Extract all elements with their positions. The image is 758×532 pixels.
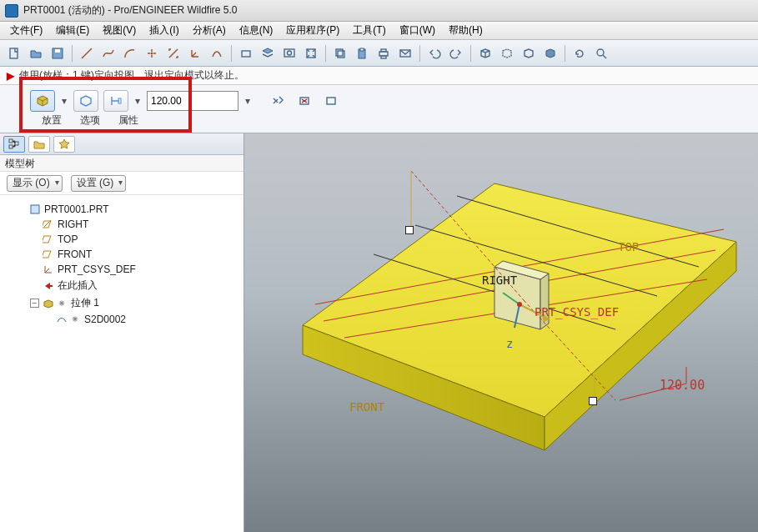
model-tree[interactable]: PRT0001.PRT RIGHT TOP FRONT PRT_CSYS_DEF…: [0, 195, 243, 532]
svg-rect-0: [10, 48, 18, 58]
dashboard-tab-option[interactable]: 选项: [80, 113, 100, 128]
tree-root[interactable]: PRT0001.PRT: [17, 202, 240, 217]
svg-rect-17: [118, 98, 121, 103]
point-icon[interactable]: [143, 44, 161, 63]
csys-icon[interactable]: [186, 44, 204, 63]
model-tree-header: 模型树: [0, 155, 243, 172]
tree-datum-front[interactable]: FRONT: [30, 247, 240, 262]
tree-extrude[interactable]: − ⁕ 拉伸 1: [30, 294, 240, 312]
model-render: [244, 133, 758, 532]
drag-handle[interactable]: [405, 226, 414, 234]
menu-edit[interactable]: 编辑(E): [49, 22, 96, 39]
feature-dashboard: ▾ ▾ ▾ 放置 选项 属性: [0, 85, 758, 133]
menu-insert[interactable]: 插入(I): [143, 22, 185, 39]
tree-csys[interactable]: PRT_CSYS_DEF: [30, 262, 240, 277]
tree-sketch[interactable]: ⁕S2D0002: [43, 312, 240, 327]
menu-view[interactable]: 视图(V): [96, 22, 143, 39]
flip-direction-button[interactable]: [267, 91, 289, 111]
tree-settings-label: 设置 (G): [77, 176, 114, 190]
menu-tools[interactable]: 工具(T): [346, 22, 392, 39]
hidden-icon[interactable]: [498, 44, 516, 63]
plane-display-icon[interactable]: [237, 44, 255, 63]
svg-rect-19: [327, 98, 335, 104]
tree-label: PRT_CSYS_DEF: [58, 263, 136, 275]
open-icon[interactable]: [27, 44, 45, 63]
menu-app[interactable]: 应用程序(P): [279, 22, 346, 39]
model-tree-panel: 模型树 显示 (O) 设置 (G) PRT0001.PRT RIGHT TOP …: [0, 133, 244, 532]
tree-label: S2D0002: [84, 314, 126, 325]
copy-icon[interactable]: [331, 44, 349, 63]
insert-arrow-icon: [43, 280, 54, 292]
tree-label: RIGHT: [58, 218, 88, 230]
svg-rect-21: [9, 145, 13, 148]
mail-icon[interactable]: [396, 44, 414, 63]
regen-icon[interactable]: [570, 44, 589, 63]
wireframe-icon[interactable]: [476, 44, 494, 63]
tree-datum-top[interactable]: TOP: [30, 232, 240, 247]
find-icon[interactable]: [592, 44, 610, 63]
tree-show-combo[interactable]: 显示 (O): [7, 175, 63, 192]
new-icon[interactable]: [5, 44, 23, 63]
datum-plane-icon: [43, 218, 54, 230]
tree-settings-combo[interactable]: 设置 (G): [71, 175, 127, 192]
remove-material-button[interactable]: [294, 91, 315, 111]
tree-label: 拉伸 1: [71, 296, 99, 310]
extrude-solid-button[interactable]: [30, 90, 55, 112]
svg-rect-13: [381, 49, 386, 52]
view-refit-icon[interactable]: [302, 44, 320, 63]
extrude-surface-button[interactable]: [73, 90, 98, 112]
tree-datum-right[interactable]: RIGHT: [30, 217, 240, 232]
graphics-viewport[interactable]: TOP RIGHT PRT_CSYS_DEF z FRONT 120.00: [244, 133, 758, 532]
menu-help[interactable]: 帮助(H): [442, 22, 489, 39]
depth-input[interactable]: [147, 91, 238, 111]
depth-input-dropdown[interactable]: ▾: [243, 90, 252, 112]
datum-plane-icon: [43, 248, 54, 260]
viewport-dim-value[interactable]: 120.00: [660, 378, 705, 393]
menu-analysis[interactable]: 分析(A): [186, 22, 233, 39]
svg-rect-22: [15, 142, 18, 145]
save-icon[interactable]: [48, 44, 67, 63]
spline-icon[interactable]: [99, 44, 118, 63]
svg-rect-14: [381, 56, 386, 58]
tree-collapse-icon[interactable]: −: [30, 299, 39, 308]
svg-point-3: [151, 52, 153, 54]
drag-handle[interactable]: [589, 397, 597, 405]
undo-icon[interactable]: [425, 44, 444, 63]
nav-tab-favorites[interactable]: [53, 136, 75, 153]
tree-label: FRONT: [58, 248, 92, 260]
title-bar: PRT0001 (活动的) - Pro/ENGINEER Wildfire 5.…: [0, 0, 758, 22]
depth-type-dropdown[interactable]: ▾: [133, 90, 142, 112]
app-icon: [5, 4, 18, 18]
print-icon[interactable]: [374, 44, 393, 63]
nohidden-icon[interactable]: [520, 44, 538, 63]
nav-tab-folder[interactable]: [28, 136, 50, 153]
depth-type-button[interactable]: [103, 90, 128, 112]
menu-file[interactable]: 文件(F): [3, 22, 49, 39]
tree-root-label: PRT0001.PRT: [44, 203, 109, 215]
main-toolbar: [0, 40, 758, 67]
layer-icon[interactable]: [259, 44, 277, 63]
tree-insert-here[interactable]: 在此插入: [30, 277, 240, 294]
viewport-label-csys: PRT_CSYS_DEF: [535, 305, 619, 319]
arc-icon[interactable]: [121, 44, 139, 63]
prompt-arrow-icon: ▶: [7, 70, 14, 82]
line-icon[interactable]: [78, 44, 96, 63]
redo-icon[interactable]: [447, 44, 465, 63]
svg-rect-23: [31, 205, 39, 213]
menu-info[interactable]: 信息(N): [233, 22, 280, 39]
sketch-icon[interactable]: [208, 44, 226, 63]
suppressed-marker: ⁕: [58, 298, 66, 309]
part-icon: [29, 203, 41, 215]
dashboard-tab-attr[interactable]: 属性: [118, 113, 138, 128]
viewport-label-front: FRONT: [349, 400, 384, 414]
nav-tab-tree[interactable]: [3, 136, 25, 153]
shaded-icon[interactable]: [541, 44, 560, 63]
axis-icon[interactable]: [164, 44, 183, 63]
menu-window[interactable]: 窗口(W): [393, 22, 442, 39]
dashboard-tab-place[interactable]: 放置: [42, 113, 62, 128]
extrude-solid-dropdown[interactable]: ▾: [60, 90, 68, 112]
view-saved-icon[interactable]: [280, 44, 299, 63]
svg-rect-20: [9, 139, 13, 143]
paste-icon[interactable]: [353, 44, 371, 63]
thicken-button[interactable]: [320, 91, 342, 111]
